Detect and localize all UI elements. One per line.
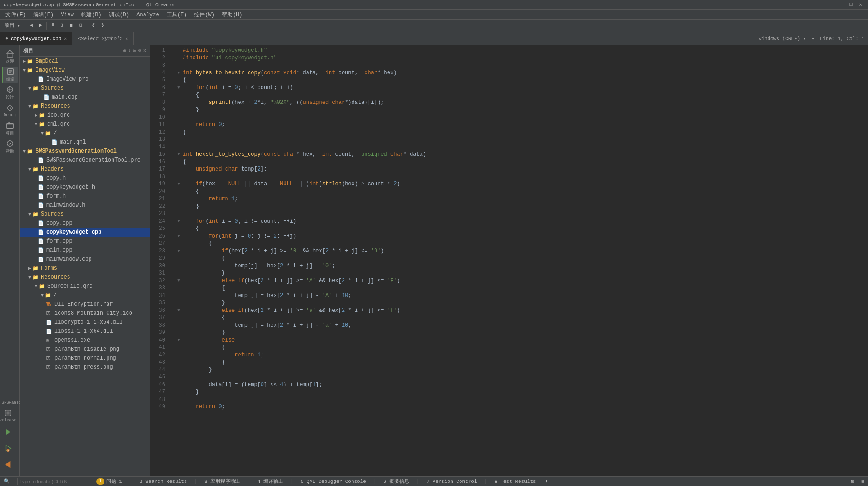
tree-item-resources-sws[interactable]: ▼ 📁 Resources [20, 273, 150, 282]
line-ending-selector[interactable]: Windows (CRLF) ▾ [759, 36, 806, 41]
menu-control[interactable]: 控件(W) [190, 10, 218, 19]
tree-item-main-qml[interactable]: 📄 main.qml [20, 138, 150, 147]
menu-view[interactable]: View [57, 11, 77, 19]
status-search-results[interactable]: 2 Search Results [140, 479, 187, 484]
locate-input[interactable] [17, 478, 89, 485]
minimize-button[interactable]: ─ [837, 1, 845, 8]
status-test-results[interactable]: 8 Test Results [494, 479, 536, 484]
code-editor[interactable]: #include "copykeywodget.h"#include "ui_c… [170, 45, 868, 476]
tree-item-copykeywodget-h[interactable]: 📄 copykeywodget.h [20, 183, 150, 192]
tree-item-mainwindow-cpp[interactable]: 📄 mainwindow.cpp [20, 255, 150, 264]
tree-item-ico-qrc[interactable]: ▶ 📁 ico.qrc [20, 111, 150, 120]
fold-button-36[interactable]: ▼ [176, 307, 182, 314]
tree-item-sourcefile-qrc[interactable]: ▼ 📁 SourceFile.qrc [20, 282, 150, 291]
toolbar-btn1[interactable]: ≡ [49, 21, 57, 31]
panel-close-icon[interactable]: ✕ [143, 47, 146, 54]
toolbar-btn4[interactable]: ⊟ [77, 21, 85, 31]
status-minimize[interactable]: ⊞ [861, 478, 864, 484]
toolbar-btn6[interactable]: ❯ [99, 21, 107, 31]
restore-button[interactable]: □ [847, 1, 854, 8]
status-general-info[interactable]: 6 概要信息 [384, 478, 409, 485]
tree-item-openssl[interactable]: ⚙ openssl.exe [20, 336, 150, 345]
fold-button-40[interactable]: ▼ [176, 337, 182, 343]
tree-item-headers[interactable]: ▼ 📁 Headers [20, 165, 150, 174]
sidebar-help[interactable]: ? 帮助 [2, 139, 18, 155]
status-problems[interactable]: 1 问题 1 [96, 478, 122, 485]
toolbar-nav-back[interactable]: ◀ [27, 21, 36, 31]
panel-sync-icon[interactable]: ↕ [128, 47, 131, 54]
close-button[interactable]: ✕ [857, 1, 864, 8]
status-maximize[interactable]: ⊟ [851, 478, 854, 484]
tree-item-bmpdeal[interactable]: ▶ 📁 BmpDeal [20, 57, 150, 66]
fold-button-24[interactable]: ▼ [176, 218, 182, 225]
tree-item-iv-main[interactable]: 📄 main.cpp [20, 93, 150, 102]
toolbar-btn5[interactable]: ❮ [89, 21, 98, 31]
tree-item-main-cpp[interactable]: 📄 main.cpp [20, 246, 150, 255]
tree-item-imageview-pro[interactable]: 📄 ImageView.pro [20, 75, 150, 84]
sidebar-debug[interactable]: Debug [2, 103, 18, 119]
menu-file[interactable]: 文件(F) [2, 10, 30, 19]
tree-item-imageview[interactable]: ▼ 📁 ImageView [20, 66, 150, 75]
panel-collapse-icon[interactable]: ⊟ [133, 47, 136, 54]
tab-copykeywodget[interactable]: ● copykeywodget.cpp ✕ [0, 32, 72, 45]
tree-item-copy-cpp[interactable]: 📄 copy.cpp [20, 219, 150, 228]
tree-item-sws[interactable]: ▼ 📁 SWSPasswordGenerationTool [20, 147, 150, 156]
tree-item-form-h[interactable]: 📄 form.h [20, 192, 150, 201]
status-qml-debugger[interactable]: 5 QML Debugger Console [301, 479, 366, 484]
sidebar-release[interactable]: Release [0, 408, 16, 424]
menu-build[interactable]: 构建(B) [77, 10, 105, 19]
tree-item-libssl[interactable]: 📄 libssl-1_1-x64.dll [20, 327, 150, 336]
tree-item-icons8[interactable]: 🖼 icons8_Mountain_City.ico [20, 309, 150, 318]
tab-close-button[interactable]: ✕ [64, 36, 67, 41]
menu-analyze[interactable]: Analyze [133, 11, 163, 19]
tab-symbol-close[interactable]: ✕ [125, 36, 128, 41]
status-app-output[interactable]: 3 应用程序输出 [204, 478, 240, 485]
toolbar-nav-fwd[interactable]: ▶ [36, 21, 45, 31]
sidebar-run-debug[interactable]: ⚡ [0, 440, 16, 456]
tree-item-copykeywodget-cpp[interactable]: 📄 copykeywodget.cpp [20, 228, 150, 237]
status-expand-icon[interactable]: ⬆ [545, 478, 548, 484]
panel-settings-icon[interactable]: ⚙ [138, 47, 141, 54]
toolbar-btn2[interactable]: ⊞ [58, 21, 67, 31]
tree-item-parambtn-press[interactable]: 🖼 paramBtn_press.png [20, 363, 150, 372]
tree-item-sources-iv[interactable]: ▼ 📁 Sources [20, 84, 150, 93]
toolbar-project[interactable]: 项目 ▾ [2, 21, 23, 31]
fold-button-28[interactable]: ▼ [176, 248, 182, 254]
fold-button-32[interactable]: ▼ [176, 278, 182, 284]
encoding-selector[interactable]: ▾ [811, 36, 814, 41]
menu-tools[interactable]: 工具(T) [163, 10, 191, 19]
tree-item-resources-iv[interactable]: ▼ 📁 Resources [20, 102, 150, 111]
tree-item-qml-qrc[interactable]: ▼ 📁 qml.qrc [20, 120, 150, 129]
toolbar-btn3[interactable]: ◧ [68, 21, 76, 31]
panel-filter-icon[interactable]: ⊞ [123, 47, 126, 54]
menu-edit[interactable]: 编辑(E) [30, 10, 58, 19]
tree-item-form-cpp[interactable]: 📄 form.cpp [20, 237, 150, 246]
tree-item-qml-slash[interactable]: ▼ 📁 / [20, 129, 150, 138]
tree-item-parambtn-disable[interactable]: 🖼 paramBtn_disable.png [20, 345, 150, 354]
menu-help[interactable]: 帮助(H) [218, 10, 246, 19]
sidebar-run[interactable] [0, 424, 16, 440]
status-version-control[interactable]: 7 Version Control [426, 479, 477, 484]
tree-item-parambtn-normal[interactable]: 🖼 paramBtn_normal.png [20, 354, 150, 363]
tree-item-copy-h[interactable]: 📄 copy.h [20, 174, 150, 183]
tree-item-dll-encryption[interactable]: 🗜 Dll_Encryption.rar [20, 300, 150, 309]
fold-button-19[interactable]: ▼ [176, 181, 182, 187]
tree-item-mainwindow-h[interactable]: 📄 mainwindow.h [20, 201, 150, 210]
menu-debug[interactable]: 调试(D) [105, 10, 133, 19]
sidebar-edit[interactable]: 编辑 [2, 67, 18, 83]
fold-button-6[interactable]: ▼ [176, 85, 182, 91]
tab-select-symbol[interactable]: <Select Symbol> ✕ [72, 32, 134, 45]
status-compile-output[interactable]: 4 编译输出 [258, 478, 283, 485]
tree-item-sources-sws[interactable]: ▼ 📁 Sources [20, 210, 150, 219]
sidebar-welcome[interactable]: 欢迎 [2, 49, 18, 65]
sidebar-stop[interactable] [0, 456, 16, 472]
tree-item-sws-pro[interactable]: 📄 SWSPasswordGenerationTool.pro [20, 156, 150, 165]
fold-button-15[interactable]: ▼ [176, 151, 182, 158]
tree-item-libcrypto[interactable]: 📄 libcrypto-1_1-x64.dll [20, 318, 150, 327]
sidebar-project[interactable]: 项目 [2, 121, 18, 137]
sidebar-design[interactable]: 设计 [2, 85, 18, 101]
tree-item-sf-slash[interactable]: ▼ 📁 / [20, 291, 150, 300]
fold-button-4[interactable]: ▼ [176, 70, 182, 76]
fold-button-26[interactable]: ▼ [176, 233, 182, 239]
tree-item-forms[interactable]: ▶ 📁 Forms [20, 264, 150, 273]
